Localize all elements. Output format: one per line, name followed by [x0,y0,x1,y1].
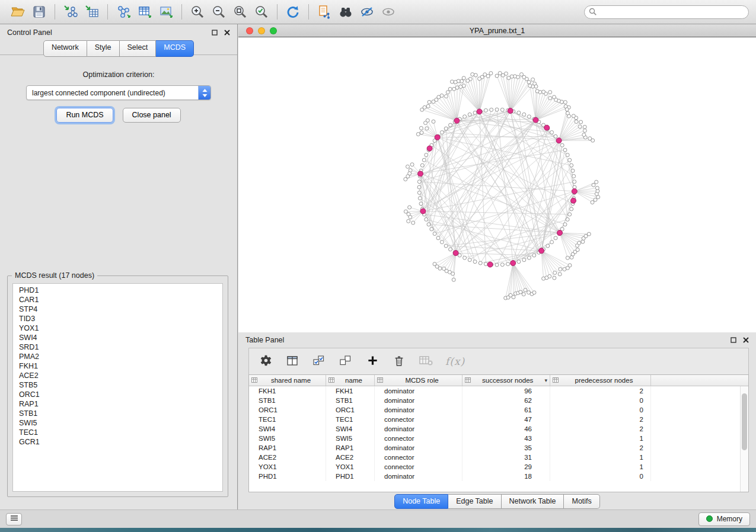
mcds-result-item[interactable]: SRD1 [13,342,222,352]
main-toolbar [0,0,756,24]
scrollbar-thumb[interactable] [742,393,747,450]
cell-name: ACE2 [326,453,375,462]
table-row[interactable]: STB1STB1dominator620 [249,396,748,405]
export-network-button[interactable] [314,2,335,21]
network-graph[interactable] [238,37,756,332]
table-scrollbar[interactable] [740,386,748,492]
tab-motifs[interactable]: Motifs [564,494,599,509]
show-details-button[interactable] [378,2,399,21]
cell-mcds-role: connector [375,453,462,462]
eye-icon [381,4,396,20]
table-row[interactable]: PHD1PHD1dominator180 [249,472,748,481]
table-panel-header: Table Panel [238,332,756,347]
delete-table-button[interactable] [419,354,433,368]
toolbar-separator [308,4,309,20]
column-header-mcds-role[interactable]: MCDS role [375,375,462,386]
panel-menu-button[interactable] [6,513,22,525]
add-column-button[interactable] [365,354,379,368]
refresh-button[interactable] [282,2,304,21]
mcds-result-item[interactable]: ORC1 [13,390,222,399]
network-window-titlebar[interactable]: YPA_prune.txt_1 [238,24,756,37]
close-table-panel-icon[interactable] [743,337,749,343]
mcds-result-item[interactable]: STB5 [13,380,222,390]
zoom-fit-button[interactable] [229,2,251,21]
export-image-button[interactable] [155,2,177,21]
mcds-result-item[interactable]: GCR1 [13,437,222,447]
mcds-result-item[interactable]: SWI4 [13,333,222,342]
column-settings-button[interactable] [259,354,273,368]
deselect-all-button[interactable] [339,354,353,368]
search-input[interactable] [584,5,749,19]
mcds-result-item[interactable]: TID3 [13,314,222,323]
column-header-predecessor-nodes[interactable]: predecessor nodes [550,375,651,386]
column-header-name[interactable]: name [326,375,375,386]
select-all-button[interactable] [312,354,326,368]
open-button[interactable] [7,2,28,21]
table-row[interactable]: SWI4SWI4dominator462 [249,424,748,434]
minimize-window-icon[interactable] [258,27,265,34]
maximize-window-icon[interactable] [270,27,277,34]
refresh-icon [285,4,301,20]
mcds-result-item[interactable]: STB1 [13,409,222,418]
new-table-button[interactable] [134,2,155,21]
table-row[interactable]: YOX1YOX1connector291 [249,462,748,472]
table-row[interactable]: ACE2ACE2connector311 [249,453,748,462]
show-hide-columns-button[interactable] [285,354,299,368]
tab-select[interactable]: Select [120,40,157,57]
mcds-result-item[interactable]: FKH1 [13,361,222,371]
mcds-result-item[interactable]: RAP1 [13,399,222,409]
new-network-button[interactable] [113,2,134,21]
table-panel-title: Table Panel [245,336,284,344]
table-panel-tabs: Node Table Edge Table Network Table Moti… [238,492,756,510]
mcds-result-item[interactable]: STP4 [13,305,222,314]
float-table-panel-icon[interactable] [731,337,736,343]
mcds-result-item[interactable]: SWI5 [13,418,222,428]
import-network-icon [63,4,78,20]
table-row[interactable]: RAP1RAP1dominator352 [249,443,748,453]
save-button[interactable] [28,2,50,21]
control-panel-tabs: Network Style Select MCDS [0,40,237,57]
mcds-result-item[interactable]: TEC1 [13,428,222,437]
tab-network-table[interactable]: Network Table [502,494,564,509]
tab-style[interactable]: Style [87,40,120,57]
cell-predecessor-nodes: 2 [550,424,651,434]
function-builder-button[interactable]: f(x) [445,354,465,368]
mcds-result-item[interactable]: PHD1 [13,286,222,295]
table-row[interactable]: SWI5SWI5connector431 [249,434,748,443]
import-table-icon [84,4,100,20]
import-table-button[interactable] [81,2,103,21]
close-panel-icon[interactable] [224,30,230,36]
zoom-out-button[interactable] [208,2,229,21]
float-panel-icon[interactable] [212,30,218,36]
mcds-result-item[interactable]: PMA2 [13,352,222,361]
mcds-result-item[interactable]: ACE2 [13,371,222,380]
tab-network[interactable]: Network [43,40,87,57]
column-header-shared-name[interactable]: shared name [249,375,326,386]
zoom-in-button[interactable] [187,2,208,21]
node-layer[interactable] [404,72,600,300]
tab-mcds[interactable]: MCDS [156,40,194,57]
zoom-selected-button[interactable] [251,2,272,21]
tab-node-table[interactable]: Node Table [394,494,448,509]
network-canvas[interactable] [238,37,756,332]
hide-details-button[interactable] [356,2,378,21]
window-controls [246,27,277,34]
tab-edge-table[interactable]: Edge Table [448,494,501,509]
table-row[interactable]: TEC1TEC1connector472 [249,415,748,424]
mcds-result-list[interactable]: PHD1CAR1STP4TID3YOX1SWI4SRD1PMA2FKH1ACE2… [12,283,223,492]
column-header-successor-nodes[interactable]: successor nodes ▾ [462,375,550,386]
control-panel-header: Control Panel [0,24,237,40]
close-window-icon[interactable] [246,27,253,34]
mcds-result-item[interactable]: CAR1 [13,295,222,305]
mcds-result-item[interactable]: YOX1 [13,323,222,333]
close-panel-button[interactable]: Close panel [123,108,181,123]
optimization-criterion-select[interactable]: largest connected component (undirected) [26,85,211,100]
run-mcds-button[interactable]: Run MCDS [56,108,113,123]
import-network-button[interactable] [60,2,81,21]
table-row[interactable]: ORC1ORC1dominator610 [249,405,748,415]
memory-button[interactable]: Memory [698,512,750,526]
cell-name: SWI5 [326,434,375,443]
table-row[interactable]: FKH1FKH1dominator962 [249,386,748,396]
find-button[interactable] [335,2,356,21]
delete-column-button[interactable] [392,354,406,368]
